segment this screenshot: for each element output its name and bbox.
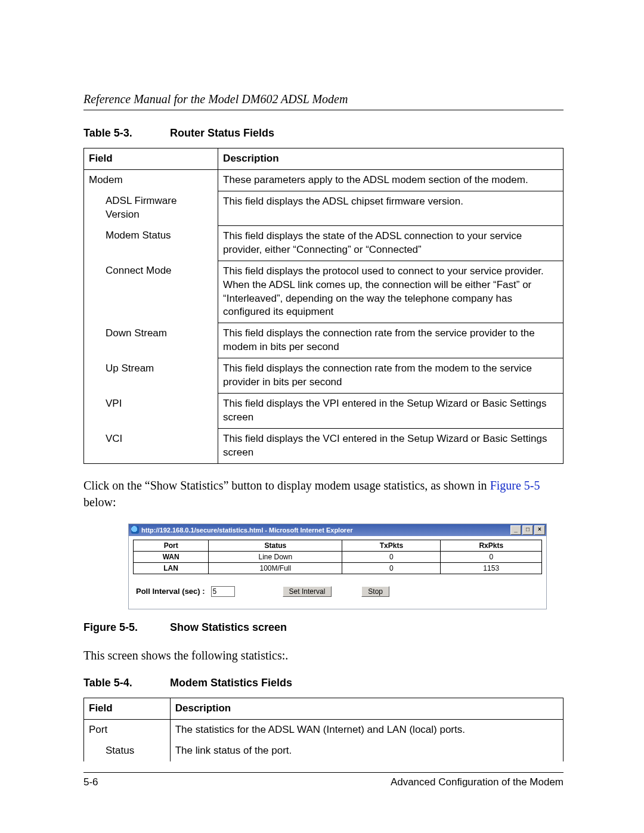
stats-head-port: Port (134, 540, 209, 551)
table-5-3-title: Router Status Fields (170, 127, 274, 139)
t53-adslfw-field: ADSL Firmware Version (89, 194, 213, 222)
table-5-3-caption: Table 5-3. Router Status Fields (83, 127, 564, 140)
stats-wan-rx: 0 (441, 551, 542, 562)
ie-title: http://192.168.0.1/secure/statistics.htm… (141, 527, 353, 534)
t54-port-desc: The statistics for the ADSL WAN (Interne… (170, 719, 563, 740)
t53-vpi-field: VPI (89, 397, 213, 411)
t54-status-field: Status (89, 744, 165, 758)
header-rule (83, 110, 564, 110)
poll-controls: Poll Interval (sec) : Set Interval Stop (129, 577, 546, 609)
figure-5-5-link[interactable]: Figure 5-5 (490, 479, 540, 492)
t53-up-desc: This field displays the connection rate … (218, 358, 564, 394)
ie-titlebar: http://192.168.0.1/secure/statistics.htm… (129, 524, 546, 536)
p1-text-b: below: (83, 496, 116, 509)
stats-head-status: Status (209, 540, 342, 551)
figure-5-5-caption: Figure 5-5. Show Statistics screen (83, 621, 564, 634)
t53-vci-field: VCI (89, 432, 213, 446)
t54-head-field: Field (84, 698, 171, 719)
stop-button[interactable]: Stop (361, 586, 389, 597)
t53-up-field: Up Stream (89, 362, 213, 376)
page-footer: 5-6 Advanced Configuration of the Modem (83, 776, 564, 788)
stats-head-rx: RxPkts (441, 540, 542, 551)
set-interval-button[interactable]: Set Interval (283, 586, 332, 597)
t53-cmode-desc: This field displays the protocol used to… (218, 261, 564, 323)
t54-head-desc: Description (170, 698, 563, 719)
t53-mstatus-desc: This field displays the state of the ADS… (218, 225, 564, 261)
section-title: Advanced Configuration of the Modem (391, 776, 564, 788)
t53-modem-field: Modem (84, 169, 218, 191)
t53-adslfw-desc: This field displays the ADSL chipset fir… (218, 191, 564, 225)
t54-port-field: Port (84, 719, 171, 740)
t53-down-desc: This field displays the connection rate … (218, 323, 564, 358)
table-5-4: Field Description Port The statistics fo… (83, 698, 564, 761)
stats-lan-status: 100M/Full (209, 562, 342, 574)
footer-rule (83, 772, 564, 773)
t53-modem-desc: These parameters apply to the ADSL modem… (218, 169, 564, 191)
table-5-4-caption: Table 5-4. Modem Statistics Fields (83, 677, 564, 689)
running-header: Reference Manual for the Model DM602 ADS… (83, 92, 564, 110)
t53-head-desc: Description (218, 148, 564, 170)
poll-label: Poll Interval (sec) : (136, 587, 205, 596)
stats-lan-tx: 0 (342, 562, 441, 574)
window-minimize-button[interactable]: _ (510, 525, 521, 535)
t53-cmode-field: Connect Mode (89, 264, 213, 278)
t54-status-desc: The link status of the port. (170, 741, 563, 761)
figure-5-5-title: Show Statistics screen (170, 621, 287, 633)
paragraph-2: This screen shows the following statisti… (83, 647, 564, 664)
window-close-button[interactable]: × (534, 525, 545, 535)
stats-lan-port: LAN (134, 562, 209, 574)
t53-head-field: Field (84, 148, 218, 170)
stats-lan-rx: 1153 (441, 562, 542, 574)
stats-row-wan: WAN Line Down 0 0 (134, 551, 542, 562)
stats-wan-port: WAN (134, 551, 209, 562)
table-5-4-number: Table 5-4. (83, 677, 167, 689)
window-maximize-button[interactable]: □ (522, 525, 533, 535)
figure-5-5-number: Figure 5-5. (83, 621, 167, 634)
stats-head-tx: TxPkts (342, 540, 441, 551)
t53-down-field: Down Stream (89, 327, 213, 340)
table-5-3-number: Table 5-3. (83, 127, 167, 140)
page-number: 5-6 (83, 776, 98, 788)
p1-text-a: Click on the “Show Statistics” button to… (83, 479, 490, 492)
paragraph-1: Click on the “Show Statistics” button to… (83, 477, 564, 510)
statistics-table: Port Status TxPkts RxPkts WAN Line Down … (133, 540, 542, 574)
stats-row-lan: LAN 100M/Full 0 1153 (134, 562, 542, 574)
poll-interval-input[interactable] (211, 586, 235, 597)
ie-icon (131, 526, 139, 534)
stats-wan-tx: 0 (342, 551, 441, 562)
stats-wan-status: Line Down (209, 551, 342, 562)
table-5-4-title: Modem Statistics Fields (170, 677, 292, 689)
t53-vci-desc: This field displays the VCI entered in t… (218, 429, 564, 464)
t53-mstatus-field: Modem Status (89, 229, 213, 243)
statistics-screenshot: http://192.168.0.1/secure/statistics.htm… (128, 524, 547, 609)
t53-vpi-desc: This field displays the VPI entered in t… (218, 394, 564, 429)
table-5-3: Field Description Modem These parameters… (83, 148, 564, 464)
